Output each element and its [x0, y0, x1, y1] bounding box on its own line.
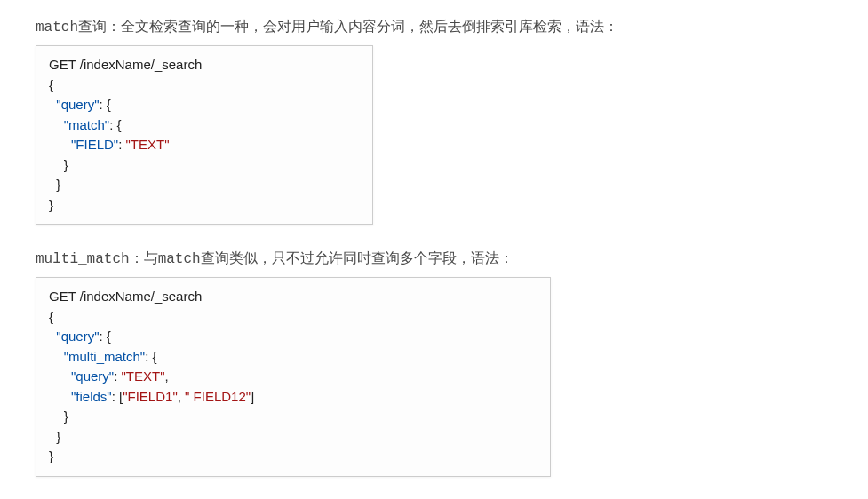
code-line: GET /indexName/_search — [49, 289, 202, 304]
code-line: } — [49, 408, 68, 424]
multimatch-match-ref: match — [158, 251, 201, 267]
code-line: "match": { — [49, 117, 122, 132]
match-keyword: match — [36, 20, 78, 36]
code-line: "fields": ["FIELD1", " FIELD12"] — [49, 389, 254, 404]
code-line: "query": "TEXT", — [49, 368, 169, 384]
match-desc-text: 查询：全文检索查询的一种，会对用户输入内容分词，然后去倒排索引库检索，语法： — [78, 19, 618, 34]
code-line: "FIELD": "TEXT" — [49, 137, 170, 152]
multimatch-desc-text: 查询类似，只不过允许同时查询多个字段，语法： — [201, 250, 514, 265]
code-line: } — [49, 429, 60, 444]
multimatch-mid1: ：与 — [130, 250, 158, 265]
code-line: "query": { — [49, 97, 111, 112]
code-line: { — [49, 309, 53, 324]
code-line: } — [49, 157, 68, 172]
code-line: } — [49, 448, 53, 463]
multimatch-description: multi_match：与match查询类似，只不过允许同时查询多个字段，语法： — [36, 250, 832, 268]
match-description: match查询：全文检索查询的一种，会对用户输入内容分词，然后去倒排索引库检索，… — [36, 18, 832, 36]
code-line: "multi_match": { — [49, 349, 157, 364]
multimatch-code-block: GET /indexName/_search { "query": { "mul… — [36, 277, 551, 477]
code-line: "query": { — [49, 329, 111, 344]
code-line: } — [49, 177, 60, 192]
multimatch-keyword: multi_match — [36, 251, 130, 267]
code-line: GET /indexName/_search — [49, 57, 202, 72]
code-line: } — [49, 197, 53, 212]
code-line: { — [49, 77, 53, 92]
match-code-block: GET /indexName/_search { "query": { "mat… — [36, 45, 373, 225]
